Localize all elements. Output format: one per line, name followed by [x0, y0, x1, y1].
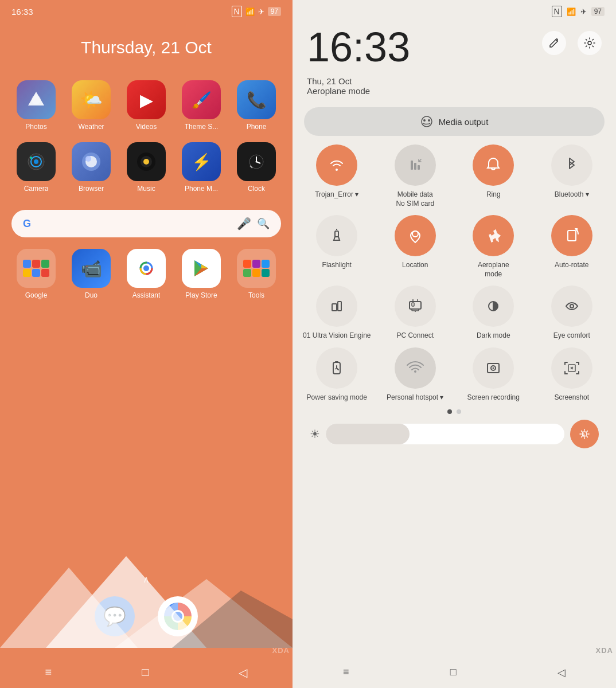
tiles-row-3: 01 Ultra Vision Engine PC Connect: [301, 286, 607, 341]
tile-screenshot[interactable]: Screenshot: [536, 347, 608, 402]
svg-point-35: [428, 119, 430, 122]
dark-mode-tile-label: Dark mode: [477, 331, 510, 341]
svg-rect-42: [568, 230, 576, 241]
menu-button-right[interactable]: ≡: [334, 662, 358, 683]
tile-power-saving[interactable]: Power saving mode: [301, 347, 373, 402]
app-browser[interactable]: Browser: [67, 142, 116, 193]
tile-pc-connect[interactable]: PC Connect: [380, 286, 451, 341]
personal-hotspot-tile-icon: [395, 347, 436, 389]
tile-screen-recording[interactable]: Screen recording: [458, 347, 529, 402]
menu-button-left[interactable]: ≡: [36, 661, 61, 683]
weather-icon: 🌤️: [72, 80, 111, 119]
date-header: Thursday, 21 Oct: [0, 21, 293, 80]
home-button-right[interactable]: □: [441, 662, 466, 683]
tile-vision-engine[interactable]: 01 Ultra Vision Engine: [301, 286, 373, 341]
tile-aeroplane[interactable]: Aeroplanemode: [458, 215, 529, 279]
app-videos[interactable]: ▶ Videos: [122, 80, 171, 131]
svg-rect-44: [338, 302, 341, 311]
brightness-icon: ☀: [310, 427, 320, 441]
power-saving-tile-icon: [316, 347, 357, 389]
tile-bluetooth[interactable]: Bluetooth ▾: [536, 144, 608, 208]
settings-button[interactable]: [578, 31, 602, 55]
app-duo[interactable]: 📹 Duo: [67, 249, 116, 299]
eye-comfort-tile-label: Eye comfort: [553, 331, 590, 341]
edit-button[interactable]: [542, 31, 566, 55]
phone-manager-icon: ⚡: [182, 142, 221, 181]
app-phone[interactable]: 📞 Phone: [232, 80, 281, 131]
bottom-apps: Google 📹 Duo Assistant: [0, 249, 293, 299]
clock-icon: [237, 142, 276, 181]
app-music[interactable]: Music: [122, 142, 171, 193]
app-photos[interactable]: Photos: [11, 80, 61, 131]
app-weather[interactable]: 🌤️ Weather: [67, 80, 116, 131]
duo-icon: 📹: [72, 249, 111, 288]
svg-point-23: [143, 265, 149, 271]
auto-rotate-tile-icon: [551, 215, 592, 256]
clock-label: Clock: [248, 185, 265, 193]
tile-ring[interactable]: Ring: [458, 144, 529, 208]
app-camera[interactable]: Camera: [11, 142, 61, 193]
search-input[interactable]: [37, 219, 231, 229]
brightness-track[interactable]: [326, 424, 564, 444]
tile-wifi[interactable]: Trojan_Error ▾: [301, 144, 373, 208]
dock-chrome[interactable]: [158, 596, 198, 636]
search-bar[interactable]: G 🎤 🔍: [11, 210, 281, 237]
xda-watermark-right: XDA: [596, 646, 613, 655]
app-themes[interactable]: 🖌️ Theme S...: [177, 80, 226, 131]
lens-icon[interactable]: 🔍: [257, 217, 270, 230]
tile-auto-rotate[interactable]: Auto-rotate: [536, 215, 608, 279]
app-play-store[interactable]: Play Store: [177, 249, 226, 299]
app-tools[interactable]: Tools: [232, 249, 281, 299]
mic-icon[interactable]: 🎤: [237, 217, 251, 230]
vision-engine-tile-icon: [316, 286, 357, 327]
wifi-tile-label: Trojan_Error ▾: [315, 190, 358, 200]
header-icons: [542, 31, 602, 55]
right-date: Thu, 21 Oct: [307, 76, 602, 86]
assistant-icon: [127, 249, 166, 288]
tiles-row-4: Power saving mode Personal hotspot ▾: [301, 347, 607, 402]
tiles-row-1: Trojan_Error ▾ Mobile dataNo SIM card: [301, 144, 607, 208]
home-button-left[interactable]: □: [132, 661, 158, 683]
phone-label: Phone: [247, 123, 267, 131]
notif-panel-header: 16:33: [293, 21, 616, 76]
personal-hotspot-tile-label: Personal hotspot ▾: [387, 393, 443, 402]
app-google-folder[interactable]: Google: [11, 249, 61, 299]
back-button-left[interactable]: ◁: [229, 661, 256, 684]
mobile-data-tile-label: Mobile dataNo SIM card: [396, 190, 434, 208]
xda-watermark-left: XDA: [272, 646, 290, 655]
dock-messages[interactable]: 💬: [95, 596, 135, 636]
app-phone-manager[interactable]: ⚡ Phone M...: [177, 142, 226, 193]
tools-icon: [237, 249, 276, 288]
tile-mobile-data[interactable]: Mobile dataNo SIM card: [380, 144, 451, 208]
svg-point-5: [30, 157, 32, 159]
page-indicator: ∧: [143, 574, 150, 585]
assistant-label: Assistant: [132, 291, 161, 299]
status-bar-left: 16:33 N 📶 ✈ 97: [0, 0, 293, 21]
app-grid-row2: Camera Browser Music ⚡: [0, 142, 293, 193]
svg-rect-45: [410, 302, 421, 309]
browser-label: Browser: [79, 185, 104, 193]
aeroplane-tile-label: Aeroplanemode: [478, 261, 509, 279]
flashlight-tile-icon: [316, 215, 357, 256]
videos-icon: ▶: [127, 80, 166, 119]
media-output-button[interactable]: Media output: [304, 107, 605, 136]
brightness-auto-button[interactable]: A: [570, 420, 599, 448]
battery-icon: 97: [268, 7, 281, 16]
app-assistant[interactable]: Assistant: [122, 249, 171, 299]
quick-tiles: Trojan_Error ▾ Mobile dataNo SIM card: [293, 144, 616, 656]
bluetooth-tile-label: Bluetooth ▾: [555, 190, 589, 200]
svg-point-56: [493, 367, 494, 369]
nfc-icon: N: [232, 6, 242, 17]
tile-personal-hotspot[interactable]: Personal hotspot ▾: [380, 347, 451, 402]
tile-dark-mode[interactable]: Dark mode: [458, 286, 529, 341]
tile-location[interactable]: Location: [380, 215, 451, 279]
date-aeroplane: Thu, 21 Oct Aeroplane mode: [293, 76, 616, 104]
tile-eye-comfort[interactable]: Eye comfort: [536, 286, 608, 341]
tile-flashlight[interactable]: Flashlight: [301, 215, 373, 279]
app-clock[interactable]: Clock: [232, 142, 281, 193]
back-button-right[interactable]: ◁: [548, 662, 575, 683]
svg-point-50: [570, 304, 574, 308]
flashlight-tile-label: Flashlight: [322, 261, 352, 270]
phone-icon: 📞: [237, 80, 276, 119]
svg-rect-48: [412, 303, 414, 306]
